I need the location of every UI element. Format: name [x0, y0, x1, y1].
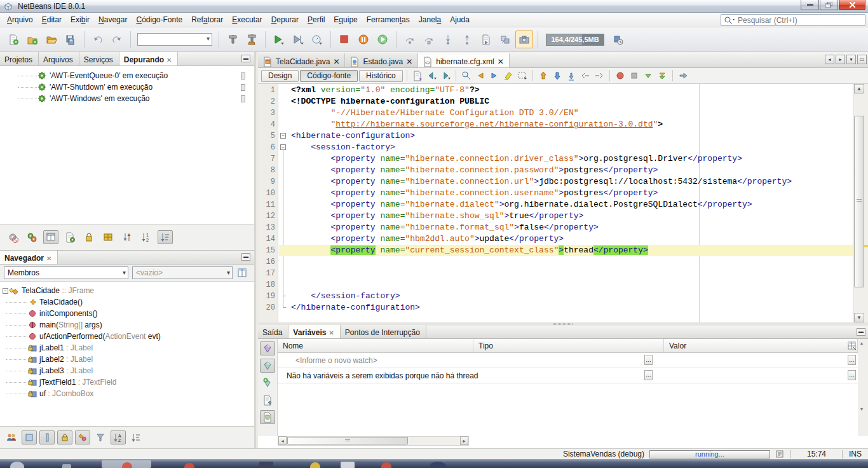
search-box[interactable]: Pesquisar (Ctrl+I)	[721, 14, 865, 26]
finish-debugger-button[interactable]	[336, 31, 353, 48]
windows-taskbar[interactable]	[0, 459, 868, 468]
sortsrc-button[interactable]	[128, 430, 144, 444]
code-line[interactable]: <property name="hibernate.show_sql">true…	[291, 210, 583, 222]
sort12-button[interactable]: 12	[139, 230, 154, 244]
code-line[interactable]: <!DOCTYPE hibernate-configuration PUBLIC	[291, 96, 489, 107]
code-line[interactable]: <property name="hibernate.connection.dri…	[291, 153, 742, 165]
scroll-up-button[interactable]: ▲	[854, 84, 864, 93]
people-button[interactable]	[4, 430, 19, 444]
breakpoint-button[interactable]	[613, 69, 627, 82]
split-button[interactable]	[43, 230, 58, 244]
close-icon[interactable]: ✕	[166, 57, 172, 64]
maximize-editor-button[interactable]: ▭	[857, 55, 867, 64]
tree-item[interactable]: jLabel2 : JLabel	[0, 354, 254, 365]
gear-off-button[interactable]	[5, 230, 20, 244]
process-list-icon[interactable]	[775, 450, 784, 458]
doc-pressed-button[interactable]	[260, 410, 275, 424]
apply-code-changes-button[interactable]	[496, 31, 514, 48]
editor-view-hist-rico[interactable]: Histórico	[359, 70, 403, 82]
continue-button[interactable]	[374, 31, 391, 48]
tree-item[interactable]: TelaCidade()	[0, 296, 254, 308]
close-button[interactable]	[839, 0, 865, 10]
navigator-tree[interactable]: −TelaCidade :: JFrameTelaCidade()initCom…	[0, 282, 254, 426]
updown-button[interactable]	[119, 230, 135, 244]
tab-arquivos[interactable]: Arquivos	[39, 52, 79, 65]
step-out-button[interactable]	[458, 31, 476, 48]
pause-button[interactable]	[355, 31, 372, 48]
editor-tab-telacidade-java[interactable]: TelaCidade.java✕	[258, 53, 345, 67]
tree-item[interactable]: jTextField1 : JTextField	[0, 376, 254, 388]
editor-tab-hibernate-cfg-xml[interactable]: <>hibernate.cfg.xml✕	[418, 53, 509, 67]
sortaz-button[interactable]: AZ	[111, 430, 126, 444]
new-file-button[interactable]	[4, 31, 22, 48]
close-icon[interactable]: ✕	[329, 329, 334, 336]
sortlines-button[interactable]	[158, 230, 173, 244]
menu-equipe[interactable]: Equipe	[329, 13, 362, 26]
menu-perfil[interactable]: Perfil	[303, 13, 329, 26]
variables-row[interactable]: <Informe o novo watch>……	[278, 353, 858, 368]
minimize-button[interactable]	[801, 0, 819, 10]
code-line[interactable]: <property name="hibernate.dialect">org.h…	[291, 199, 752, 210]
filter-button[interactable]	[93, 430, 108, 444]
edit-value-button[interactable]: …	[848, 370, 856, 380]
editor-view-c-digo-fonte[interactable]: Código-fonte	[300, 70, 358, 82]
tree-item[interactable]: uf : JComboBox	[0, 388, 254, 399]
tab-servi-os[interactable]: Serviços	[79, 52, 119, 65]
editor-view-design[interactable]: Design	[261, 70, 299, 82]
scroll-down-button[interactable]: ▼	[854, 313, 864, 322]
nav-fwd-button[interactable]	[438, 69, 452, 82]
expand-one-button[interactable]	[641, 69, 655, 82]
config-combo[interactable]	[137, 33, 212, 46]
find-button[interactable]	[459, 69, 473, 82]
menu-navegar[interactable]: Navegar	[94, 13, 132, 26]
sq-button[interactable]	[22, 430, 37, 444]
scroll-tabs-right-button[interactable]: ▸	[836, 55, 845, 64]
menu-depurar[interactable]: Depurar	[267, 13, 303, 26]
shapes-button[interactable]	[75, 430, 90, 444]
save-all-button[interactable]	[62, 31, 79, 48]
next-occurrence-button[interactable]	[487, 69, 501, 82]
new-project-button[interactable]	[24, 31, 41, 48]
fold-icon[interactable]: −	[280, 144, 286, 150]
watch-a-button[interactable]	[260, 341, 275, 355]
tree-item[interactable]: main(String[] args)	[0, 319, 254, 331]
restore-button[interactable]	[820, 0, 838, 10]
edit-value-button[interactable]: …	[848, 355, 856, 365]
go-arrow-button[interactable]	[676, 69, 690, 82]
gc-button[interactable]	[609, 31, 627, 48]
menu-cdigofonte[interactable]: Código-Fonte	[132, 13, 187, 26]
thread-row[interactable]: 'AWT-Windows' em execução	[0, 93, 254, 104]
last-edit-button[interactable]	[410, 69, 424, 82]
variables-row[interactable]: Não há variáveis a serem exibidas porque…	[278, 368, 858, 383]
tree-item[interactable]: ufActionPerformed(ActionEvent evt)	[0, 331, 254, 342]
stop-gray-button[interactable]	[627, 69, 641, 82]
minimize-navigator-button[interactable]: ▬	[241, 253, 250, 261]
code-line[interactable]: <property name="hibernate.connection.url…	[291, 176, 792, 188]
build-button[interactable]	[224, 31, 241, 48]
duplicate-button[interactable]	[564, 69, 578, 82]
column-header-valor[interactable]: Valor	[664, 339, 858, 352]
minimize-panel-button[interactable]: ▬	[241, 55, 250, 62]
scroll-tabs-left-button[interactable]: ◂	[825, 55, 834, 64]
tree-item[interactable]: initComponents()	[0, 308, 254, 319]
column-header-tipo[interactable]: Tipo	[473, 339, 664, 352]
debug-threads-tree[interactable]: 'AWT-EventQueue-0' em execução'AWT-Shutd…	[0, 66, 254, 224]
code-line[interactable]: <property name="hibernate.connection.pas…	[291, 165, 658, 176]
tab-vari-veis[interactable]: Variáveis✕	[288, 325, 340, 338]
code-line[interactable]: "http://hibernate.sourceforge.net/hibern…	[291, 119, 663, 130]
tree-item[interactable]: jLabel1 : JLabel	[0, 342, 254, 354]
code-line[interactable]: "-//Hibernate/Hibernate Configuration DT…	[291, 107, 579, 119]
menu-arquivo[interactable]: Arquivo	[3, 13, 37, 26]
gui-snapshot-button[interactable]	[515, 31, 533, 48]
columns-icon[interactable]	[236, 267, 248, 279]
step-over-button[interactable]	[401, 31, 419, 48]
tab-sa-da[interactable]: Saída	[258, 325, 288, 338]
fold-icon[interactable]: −	[280, 133, 286, 139]
members-combo[interactable]: Membros	[4, 266, 128, 279]
tab-pontos-de-interrup-o[interactable]: Pontos de Interrupção	[341, 325, 426, 338]
profile-button[interactable]	[308, 31, 326, 48]
debug-project-button[interactable]	[289, 31, 307, 48]
memory-indicator[interactable]: 164,4/245,5MB	[546, 34, 604, 46]
menu-refatorar[interactable]: Refatorar	[187, 13, 227, 26]
editor-vscrollbar[interactable]: ▲ ▼	[853, 84, 864, 322]
